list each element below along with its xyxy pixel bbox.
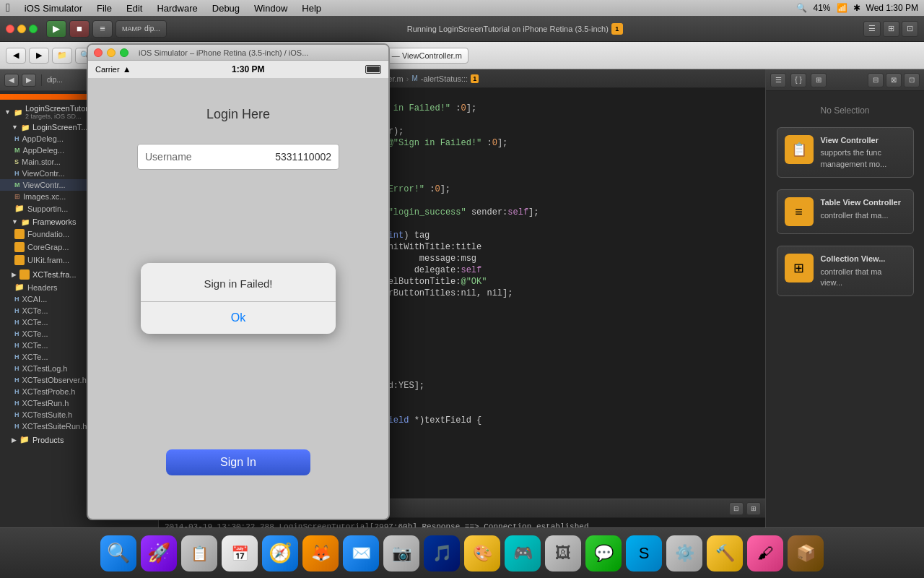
menu-window[interactable]: Window <box>251 3 290 14</box>
view-toggle-2[interactable]: ⊞ <box>883 21 899 37</box>
view-toggle-1[interactable]: ☰ <box>863 21 881 37</box>
rp-card-title-1: View Controller <box>821 135 906 146</box>
window-max-btn[interactable] <box>29 25 38 33</box>
xctest-label: XCTest.fra... <box>32 270 77 279</box>
rp-card-tableview[interactable]: ≡ Table View Controller controller that … <box>777 189 914 234</box>
sim-title-text: iOS Simulator – iPhone Retina (3.5-inch)… <box>139 48 308 57</box>
rp-card-desc-1: supports the func management mo... <box>821 147 906 170</box>
username-field[interactable]: Username 5331110002 <box>137 144 339 170</box>
wifi-status-icon: ▲ <box>123 64 131 74</box>
sim-min-btn[interactable] <box>107 48 116 57</box>
stop-button[interactable]: ■ <box>69 20 90 38</box>
menu-ios-simulator[interactable]: iOS Simulator <box>22 3 85 14</box>
file-label: ViewContr... <box>23 181 66 189</box>
view-toggle-3[interactable]: ⊡ <box>902 21 918 37</box>
battery-fill <box>367 66 380 72</box>
rp-card-viewcontroller[interactable]: 📋 View Controller supports the func mana… <box>777 127 914 178</box>
menu-debug[interactable]: Debug <box>209 3 243 14</box>
rp-btn-3[interactable]: ⊞ <box>811 73 827 87</box>
sidebar-nav-forward[interactable]: ▶ <box>22 74 36 87</box>
rp-card-icon-2: ≡ <box>785 197 814 226</box>
dock-photoshop[interactable]: 🎨 <box>464 535 500 571</box>
menu-hardware[interactable]: Hardware <box>154 3 200 14</box>
menu-file[interactable]: File <box>94 3 115 14</box>
sign-in-button[interactable]: Sign In <box>166 449 310 475</box>
rp-card-desc-2: controller that ma... <box>821 210 901 221</box>
sim-close-btn[interactable] <box>94 48 103 57</box>
dock-skype[interactable]: S <box>626 535 662 571</box>
build-status-area: Running LoginScreenTutorial on iPhone Re… <box>170 23 860 35</box>
menu-help[interactable]: Help <box>299 3 324 14</box>
no-selection-label: No Selection <box>820 105 869 116</box>
file-browser-btn[interactable]: 📁 <box>52 48 72 64</box>
clock: Wed 1:30 PM <box>866 3 918 13</box>
file-label: XCTe... <box>22 353 48 361</box>
scheme-selector[interactable]: MAMP dip... <box>116 20 167 38</box>
nav-forward-btn[interactable]: ▶ <box>29 48 49 64</box>
rp-btn-2[interactable]: { } <box>790 73 806 87</box>
dock-xcode[interactable]: 🔨 <box>707 535 743 571</box>
dock-itunes[interactable]: 🎵 <box>424 535 460 571</box>
warning-count: 1 <box>611 23 623 35</box>
username-value: 5331110002 <box>275 151 331 163</box>
file-label: XCTestSuiteRun.h <box>22 422 87 431</box>
warning-badge: 1 <box>471 74 479 83</box>
file-label: UIKit.fram... <box>27 256 69 264</box>
file-label: Supportin... <box>27 204 68 213</box>
login-title: Login Here <box>206 107 270 122</box>
rp-card-collectionview[interactable]: ⊞ Collection View... controller that ma … <box>777 246 914 296</box>
dock-firefox[interactable]: 🦊 <box>302 535 339 571</box>
console-layout-btn[interactable]: ⊟ <box>729 502 744 515</box>
window-close-btn[interactable] <box>6 25 14 33</box>
file-label: CoreGrap... <box>27 243 69 251</box>
file-label: XCTe... <box>22 306 48 315</box>
search-icon[interactable]: 🔍 <box>796 3 807 13</box>
right-panel: ☰ { } ⊞ ⊟ ⊠ ⊡ No Selection 📋 View Contro… <box>765 69 924 578</box>
dock-system-prefs[interactable]: ⚙️ <box>666 535 702 571</box>
run-button[interactable]: ▶ <box>46 20 66 38</box>
dock-launchpad[interactable]: 🚀 <box>141 535 177 571</box>
scheme-editor-btn[interactable]: ≡ <box>92 20 113 38</box>
file-label: XCTestRun.h <box>22 399 69 407</box>
dock-messages[interactable]: 💬 <box>585 535 622 571</box>
alert-ok-button[interactable]: Ok <box>141 302 336 334</box>
project-subtitle: 2 targets, iOS SD... <box>25 113 96 120</box>
right-panel-toolbar: ☰ { } ⊞ ⊟ ⊠ ⊡ <box>766 69 924 91</box>
scheme-label: dip... <box>144 25 160 33</box>
products-label: Products <box>32 436 64 444</box>
file-label: Main.stor... <box>22 158 61 166</box>
rp-layout-btn[interactable]: ⊟ <box>868 73 884 87</box>
dock-safari[interactable]: 🧭 <box>262 535 298 571</box>
dock-photoshop2[interactable]: 🖌 <box>747 535 783 571</box>
dock-finder[interactable]: 🔍 <box>100 535 136 571</box>
rp-full-btn[interactable]: ⊡ <box>904 73 920 87</box>
breadcrumb-4[interactable]: -alertStatus::: <box>421 74 468 83</box>
rp-btn-1[interactable]: ☰ <box>770 73 786 87</box>
file-label: AppDeleg... <box>22 134 64 143</box>
nav-back-btn[interactable]: ◀ <box>6 48 26 64</box>
dock-calendar[interactable]: 📅 <box>222 535 258 571</box>
sim-max-btn[interactable] <box>120 48 128 57</box>
battery-icon <box>365 65 381 74</box>
dock-virtualbox[interactable]: 📦 <box>788 535 824 571</box>
file-label: AppDeleg... <box>23 146 64 155</box>
dock-mail[interactable]: ✉️ <box>343 535 379 571</box>
dock-preview[interactable]: 🖼 <box>545 535 581 571</box>
breadcrumb-method-icon: M <box>411 74 417 82</box>
battery-status: 41% <box>813 3 830 13</box>
menu-edit[interactable]: Edit <box>123 3 145 14</box>
phone-status-bar: Carrier ▲ 1:30 PM <box>88 61 388 78</box>
apple-menu[interactable]:  <box>6 1 10 14</box>
sidebar-nav-back[interactable]: ◀ <box>4 74 19 87</box>
subgroup-name: LoginScreenT... <box>32 123 87 131</box>
dock-notes[interactable]: 📋 <box>181 535 217 571</box>
file-label: XCAI... <box>22 295 48 303</box>
rp-card-icon-3: ⊞ <box>785 254 814 282</box>
dock-camera[interactable]: 📷 <box>383 535 419 571</box>
file-label: ViewContr... <box>22 169 65 178</box>
rp-split-btn[interactable]: ⊠ <box>886 73 902 87</box>
window-min-btn[interactable] <box>17 25 26 33</box>
dock-game[interactable]: 🎮 <box>505 535 541 571</box>
console-split-btn[interactable]: ⊞ <box>746 502 761 515</box>
file-label: XCTe... <box>22 318 48 327</box>
